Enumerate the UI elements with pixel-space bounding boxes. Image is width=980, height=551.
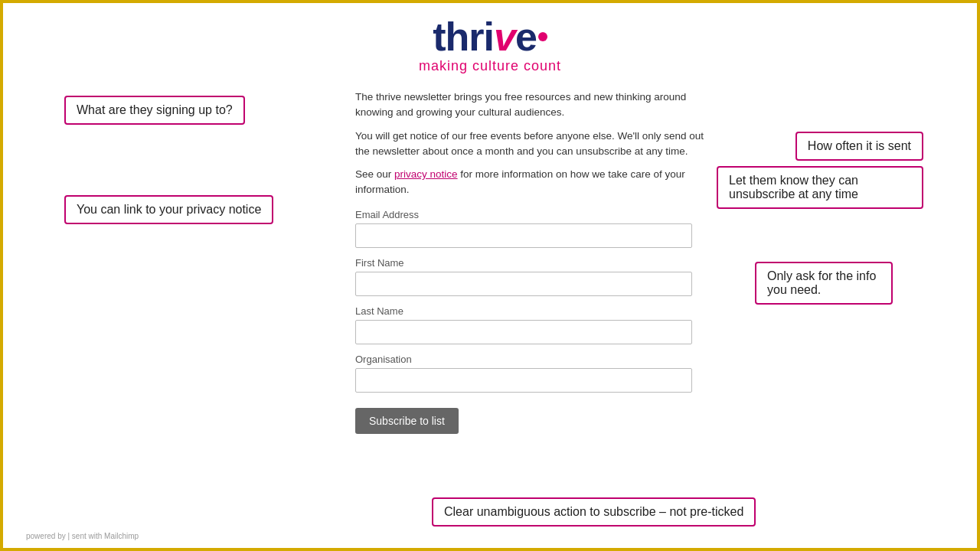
annotation-how-often-box: How often it is sent <box>795 132 923 161</box>
annotation-info-box: Only ask for the info you need. <box>755 262 893 305</box>
privacy-text: See our privacy notice for more informat… <box>355 167 709 198</box>
left-annotations: What are they signing up to? You can lin… <box>49 90 340 434</box>
annotation-clear-action-box: Clear unambiguous action to subscribe – … <box>432 497 756 527</box>
annotation-signup-text: What are they signing up to? <box>77 103 233 116</box>
desc-text-1: The thrive newsletter brings you free re… <box>355 90 709 121</box>
logo: thrive <box>433 17 547 57</box>
privacy-prefix: See our <box>355 168 394 180</box>
annotation-privacy-box: You can link to your privacy notice <box>64 195 273 224</box>
desc-text-2: You will get notice of our free events b… <box>355 129 709 160</box>
annotation-unsubscribe-text: Let them know they can unsubscribe at an… <box>729 174 858 201</box>
privacy-link[interactable]: privacy notice <box>394 168 458 180</box>
description-block: The thrive newsletter brings you free re… <box>355 90 709 198</box>
annotation-unsubscribe-box: Let them know they can unsubscribe at an… <box>717 166 923 209</box>
main-container: thrive making culture count What are the… <box>3 3 977 548</box>
firstname-label: First Name <box>355 257 709 269</box>
organisation-label: Organisation <box>355 354 709 365</box>
logo-dot <box>538 32 547 41</box>
annotation-signup-box: What are they signing up to? <box>64 96 245 125</box>
lastname-input[interactable] <box>355 320 692 344</box>
logo-v: v <box>494 17 515 57</box>
logo-subtitle: making culture count <box>419 58 561 74</box>
annotation-clear-action-text: Clear unambiguous action to subscribe – … <box>444 505 743 518</box>
form-area: The thrive newsletter brings you free re… <box>340 90 709 434</box>
email-group: Email Address <box>355 209 709 248</box>
right-annotations: How often it is sent Let them know they … <box>709 90 931 434</box>
header: thrive making culture count <box>3 3 977 82</box>
lastname-label: Last Name <box>355 305 709 317</box>
annotation-how-often-text: How often it is sent <box>808 139 911 152</box>
subscribe-button[interactable]: Subscribe to list <box>355 408 459 434</box>
content-area: What are they signing up to? You can lin… <box>3 82 977 434</box>
organisation-input[interactable] <box>355 368 692 393</box>
email-input[interactable] <box>355 223 692 248</box>
annotation-info-text: Only ask for the info you need. <box>767 269 876 296</box>
email-label: Email Address <box>355 209 709 220</box>
footer-text: powered by | sent with Mailchimp <box>26 532 139 540</box>
bottom-annotation-wrap: Clear unambiguous action to subscribe – … <box>432 497 939 527</box>
logo-text-part1: thri <box>433 17 494 57</box>
lastname-group: Last Name <box>355 305 709 344</box>
firstname-group: First Name <box>355 257 709 296</box>
logo-text-part2: e <box>515 17 537 57</box>
organisation-group: Organisation <box>355 354 709 393</box>
annotation-privacy-text: You can link to your privacy notice <box>77 203 261 216</box>
firstname-input[interactable] <box>355 272 692 296</box>
